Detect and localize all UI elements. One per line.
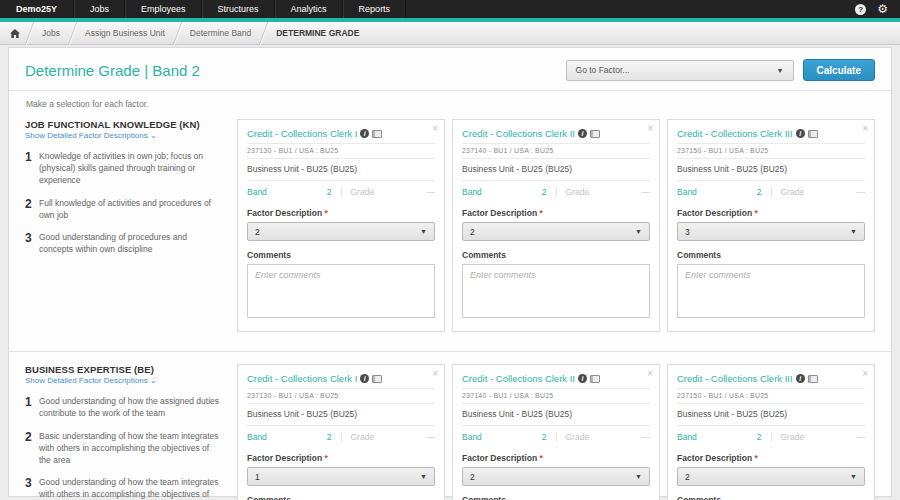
factor-description-select[interactable]: 1 ▼ [247, 467, 435, 486]
job-code: 237130 - BU1 / USA : BU25 [247, 144, 435, 159]
required-mark: * [754, 453, 757, 463]
card-title-link[interactable]: Credit - Collections Clerk I [247, 373, 357, 384]
factor-description-select[interactable]: 3 ▼ [677, 222, 865, 241]
breadcrumb-item-jobs[interactable]: Jobs [30, 28, 72, 38]
grade-value: — [427, 432, 436, 442]
chevron-down-icon: ⌄ [150, 376, 157, 385]
factor-number: 3 [25, 477, 39, 500]
band-value: 2 [542, 432, 547, 442]
section-left-column: JOB FUNCTIONAL KNOWLEDGE (KN) Show Detai… [25, 119, 237, 332]
required-mark: * [539, 208, 542, 218]
goto-factor-select-value: Go to Factor... [576, 65, 630, 75]
book-icon[interactable] [590, 130, 600, 138]
close-icon[interactable]: × [862, 123, 868, 134]
business-unit: Business Unit - BU25 (BU25) [462, 404, 650, 426]
nav-item-jobs[interactable]: Jobs [74, 0, 125, 18]
band-grade-row: Band2 Grade— [677, 426, 865, 449]
factor-option: 1 Knowledge of activities in own job; fo… [25, 151, 223, 187]
grade-label: Grade [566, 187, 590, 197]
show-descriptions-label: Show Detailed Factor Descriptions [25, 131, 148, 140]
nav-brand[interactable]: Demo25Y [0, 0, 74, 18]
band-label: Band [247, 187, 267, 197]
breadcrumb-item-determine-grade: DETERMINE GRADE [264, 28, 371, 38]
nav-item-analytics[interactable]: Analytics [275, 0, 343, 18]
comments-textarea[interactable] [462, 264, 650, 318]
book-icon[interactable] [808, 130, 818, 138]
factor-number: 2 [25, 431, 39, 467]
factor-description-value: 2 [255, 227, 260, 237]
card-title-link[interactable]: Credit - Collections Clerk I [247, 128, 357, 139]
nav-item-employees[interactable]: Employees [125, 0, 202, 18]
section-business-expertise: BUSINESS EXPERTISE (BE) Show Detailed Fa… [9, 351, 891, 500]
home-icon[interactable] [0, 29, 29, 38]
card-title-row: Credit - Collections Clerk III i [677, 126, 865, 144]
gear-icon[interactable]: ⚙ [877, 3, 888, 15]
close-icon[interactable]: × [432, 368, 438, 379]
info-icon[interactable]: i [578, 129, 587, 138]
chevron-down-icon: ▼ [420, 228, 427, 235]
business-unit: Business Unit - BU25 (BU25) [677, 159, 865, 181]
card-title-row: Credit - Collections Clerk II i [462, 126, 650, 144]
cards-row: × Credit - Collections Clerk I i 237130 … [237, 364, 875, 500]
nav-item-structures[interactable]: Structures [202, 0, 275, 18]
factor-option: 3 Good understanding of procedures and c… [25, 232, 223, 256]
card-title-link[interactable]: Credit - Collections Clerk II [462, 373, 575, 384]
book-icon[interactable] [590, 375, 600, 383]
book-icon[interactable] [808, 375, 818, 383]
factor-description-select[interactable]: 2 ▼ [247, 222, 435, 241]
section-title: BUSINESS EXPERTISE (BE) [25, 364, 223, 375]
job-card: × Credit - Collections Clerk I i 237130 … [237, 364, 445, 500]
book-icon[interactable] [372, 130, 382, 138]
band-label: Band [462, 432, 482, 442]
show-descriptions-link[interactable]: Show Detailed Factor Descriptions ⌄ [25, 376, 223, 385]
band-value: 2 [757, 187, 762, 197]
book-icon[interactable] [372, 375, 382, 383]
goto-factor-select[interactable]: Go to Factor... ▼ [566, 60, 794, 81]
factor-description-label: Factor Description * [462, 208, 650, 218]
band-value: 2 [327, 187, 332, 197]
factor-description-select[interactable]: 2 ▼ [462, 467, 650, 486]
factor-description-label: Factor Description * [247, 208, 435, 218]
band-grade-row: Band2 Grade— [247, 426, 435, 449]
breadcrumb-item-assign-business-unit[interactable]: Assign Business Unit [73, 28, 177, 38]
factor-number: 2 [25, 198, 39, 222]
factor-number: 1 [25, 151, 39, 187]
business-unit: Business Unit - BU25 (BU25) [247, 404, 435, 426]
band-label: Band [677, 432, 697, 442]
job-card: × Credit - Collections Clerk I i 237130 … [237, 119, 445, 332]
info-icon[interactable]: i [796, 129, 805, 138]
factor-text: Knowledge of activities in own job; focu… [39, 151, 223, 187]
job-code: 237150 - BU1 / USA : BU25 [677, 389, 865, 404]
job-code: 237140 - BU1 / USA : BU25 [462, 144, 650, 159]
chevron-down-icon: ⌄ [150, 131, 157, 140]
close-icon[interactable]: × [647, 123, 653, 134]
chevron-down-icon: ▼ [420, 473, 427, 480]
factor-description-select[interactable]: 2 ▼ [462, 222, 650, 241]
job-code: 237140 - BU1 / USA : BU25 [462, 389, 650, 404]
calculate-button[interactable]: Calculate [803, 59, 875, 81]
info-icon[interactable]: i [578, 374, 587, 383]
comments-textarea[interactable] [677, 264, 865, 318]
close-icon[interactable]: × [647, 368, 653, 379]
card-title-link[interactable]: Credit - Collections Clerk III [677, 373, 793, 384]
show-descriptions-link[interactable]: Show Detailed Factor Descriptions ⌄ [25, 131, 223, 140]
job-code: 237150 - BU1 / USA : BU25 [677, 144, 865, 159]
card-title-row: Credit - Collections Clerk I i [247, 371, 435, 389]
close-icon[interactable]: × [432, 123, 438, 134]
close-icon[interactable]: × [862, 368, 868, 379]
factor-text: Full knowledge of activities and procedu… [39, 198, 223, 222]
help-icon[interactable]: ? [855, 4, 866, 15]
factor-description-label: Factor Description * [247, 453, 435, 463]
info-icon[interactable]: i [360, 374, 369, 383]
grade-value: — [427, 187, 436, 197]
card-title-link[interactable]: Credit - Collections Clerk II [462, 128, 575, 139]
info-icon[interactable]: i [796, 374, 805, 383]
comments-textarea[interactable] [247, 264, 435, 318]
grade-label: Grade [781, 432, 805, 442]
breadcrumb-item-determine-band[interactable]: Determine Band [178, 28, 263, 38]
info-icon[interactable]: i [360, 129, 369, 138]
grade-label: Grade [351, 187, 375, 197]
card-title-link[interactable]: Credit - Collections Clerk III [677, 128, 793, 139]
nav-item-reports[interactable]: Reports [343, 0, 407, 18]
factor-description-select[interactable]: 2 ▼ [677, 467, 865, 486]
